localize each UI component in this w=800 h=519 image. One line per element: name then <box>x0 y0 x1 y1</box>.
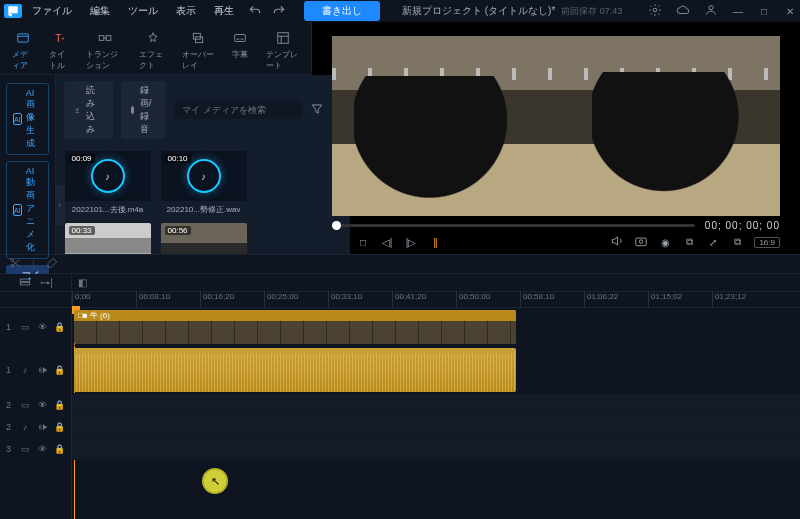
track-header-audio-1[interactable]: 1♪🕪🔒 <box>0 346 71 394</box>
ai-icon: AI <box>13 113 22 125</box>
settings-icon[interactable] <box>648 3 662 19</box>
stop-icon[interactable]: □ <box>356 237 370 248</box>
clip-audio[interactable] <box>74 348 516 392</box>
next-frame-icon[interactable]: |▷ <box>404 237 418 248</box>
volume-icon[interactable] <box>610 234 624 250</box>
svg-point-11 <box>11 264 14 267</box>
compare-icon[interactable]: ⧉ <box>682 236 696 248</box>
track-header-video-2[interactable]: 2▭👁🔒 <box>0 394 71 416</box>
cut-tool-icon[interactable] <box>8 256 22 272</box>
import-button[interactable]: 読み込み <box>64 81 113 139</box>
menu-play[interactable]: 再生 <box>206 1 242 21</box>
media-item[interactable]: 00:09♪ 2022101...去後.m4a <box>64 151 152 215</box>
add-track-icon[interactable] <box>18 275 32 291</box>
svg-point-12 <box>11 259 14 262</box>
clip-video[interactable]: □■ 牛 (6) <box>74 310 516 344</box>
preview-timecode: 00; 00; 00; 00 <box>705 220 780 231</box>
app-icon <box>4 4 22 18</box>
tab-transition[interactable]: トランジション <box>80 26 130 74</box>
tab-subtitle[interactable]: 字幕 <box>223 26 257 74</box>
tab-media[interactable]: メディア <box>6 26 40 74</box>
svg-rect-13 <box>21 279 30 281</box>
aspect-ratio[interactable]: 16:9 <box>754 237 780 248</box>
lock-icon[interactable]: 🔒 <box>54 322 65 332</box>
menu-file[interactable]: ファイル <box>24 1 80 21</box>
svg-point-0 <box>653 8 657 12</box>
audio-icon: ♪ <box>187 159 221 193</box>
cloud-icon[interactable] <box>676 3 690 19</box>
preview-seek-slider[interactable] <box>332 224 695 227</box>
track-audio-2[interactable] <box>72 416 800 438</box>
menu-tool[interactable]: ツール <box>120 1 166 21</box>
visibility-icon[interactable]: 👁 <box>37 400 48 410</box>
svg-rect-4 <box>106 36 111 41</box>
svg-rect-9 <box>636 238 647 246</box>
lock-icon[interactable]: 🔒 <box>54 400 65 410</box>
account-icon[interactable] <box>704 3 718 19</box>
media-item[interactable]: 00:10♪ 202210...勢修正.wav <box>160 151 248 215</box>
preview-panel: 00; 00; 00; 00 ▷ □ ◁| |▷ ‖ ◉ ⧉ ⤢ ⧉ 16:9 <box>312 22 800 254</box>
project-title: 新規プロジェクト (タイトルなし)*前回保存 07:43 <box>402 4 622 18</box>
prev-frame-icon[interactable]: ◁| <box>380 237 394 248</box>
track-video-1[interactable]: □■ 牛 (6) <box>72 308 800 346</box>
track-audio-1[interactable] <box>72 346 800 394</box>
visibility-icon[interactable]: 👁 <box>37 322 48 332</box>
track-video-3[interactable] <box>72 438 800 460</box>
magnet-icon[interactable]: ⊶| <box>40 277 53 288</box>
timeline-ruler[interactable]: 0;0000;08;1000;16;2000;25;0000;33;1000;4… <box>72 292 800 308</box>
snapshot-icon[interactable] <box>634 234 648 250</box>
window-close[interactable]: ✕ <box>784 6 796 17</box>
tab-overlay[interactable]: オーバーレイ <box>176 26 221 74</box>
cursor-highlight: ↖ <box>202 468 228 494</box>
ai-anim-button[interactable]: AIAI 動画アニメ化 <box>6 161 49 259</box>
redo-icon[interactable] <box>268 1 290 21</box>
lock-icon[interactable]: 🔒 <box>54 444 65 454</box>
track-video-2[interactable] <box>72 394 800 416</box>
ai-image-button[interactable]: AIAI 画像生成 <box>6 83 49 155</box>
video-track-icon: ▭ <box>19 322 30 332</box>
lock-icon[interactable]: 🔒 <box>54 422 65 432</box>
track-header-audio-2[interactable]: 2♪🕪🔒 <box>0 416 71 438</box>
svg-rect-8 <box>277 33 288 44</box>
svg-rect-3 <box>99 36 104 41</box>
record-button[interactable]: 録画/録音 <box>121 81 167 139</box>
mute-icon[interactable]: 🕪 <box>37 422 48 432</box>
ai-icon: AI <box>13 204 22 216</box>
video-track-icon: ▭ <box>19 444 30 454</box>
mute-icon[interactable]: 🕪 <box>37 365 48 375</box>
svg-rect-5 <box>193 33 200 39</box>
preview-display[interactable] <box>332 36 780 216</box>
media-item[interactable]: 00:56 牛 (6).MP4 <box>160 223 248 254</box>
svg-point-1 <box>709 6 713 10</box>
media-grid: 00:09♪ 2022101...去後.m4a 00:10♪ 202210...… <box>56 145 351 254</box>
media-item[interactable]: 00:33 ハイランド...撮.MP4 <box>64 223 152 254</box>
tab-template[interactable]: テンプレート <box>260 26 305 74</box>
audio-icon: ♪ <box>91 159 125 193</box>
collapse-sidebar[interactable]: ‹ <box>55 185 65 225</box>
tab-effect[interactable]: エフェクト <box>133 26 172 74</box>
undo-icon[interactable] <box>244 1 266 21</box>
audio-track-icon: ♪ <box>19 365 30 375</box>
popout-icon[interactable]: ⧉ <box>730 236 744 248</box>
room-tabs: メディア T+タイトル トランジション エフェクト オーバーレイ 字幕 テンプレ… <box>0 22 311 75</box>
svg-rect-7 <box>235 35 246 42</box>
pause-icon[interactable]: ‖ <box>428 237 442 248</box>
titlebar: ファイル 編集 ツール 表示 再生 書き出し 新規プロジェクト (タイトルなし)… <box>0 0 800 22</box>
track-header-video-1[interactable]: 1▭👁🔒 <box>0 308 71 346</box>
track-header-video-3[interactable]: 3▭👁🔒 <box>0 438 71 460</box>
window-maximize[interactable]: □ <box>758 6 770 17</box>
tab-title[interactable]: T+タイトル <box>43 26 77 74</box>
marker-icon[interactable]: ◧ <box>78 277 87 288</box>
lock-icon[interactable]: 🔒 <box>54 365 65 375</box>
window-minimize[interactable]: — <box>732 6 744 17</box>
audio-track-icon: ♪ <box>19 422 30 432</box>
export-button[interactable]: 書き出し <box>304 1 380 21</box>
quality-icon[interactable]: ◉ <box>658 237 672 248</box>
media-search-input[interactable] <box>174 101 302 119</box>
menu-edit[interactable]: 編集 <box>82 1 118 21</box>
pen-tool-icon[interactable] <box>45 256 59 272</box>
fullscreen-icon[interactable]: ⤢ <box>706 237 720 248</box>
filter-icon[interactable] <box>310 102 324 118</box>
visibility-icon[interactable]: 👁 <box>37 444 48 454</box>
menu-view[interactable]: 表示 <box>168 1 204 21</box>
